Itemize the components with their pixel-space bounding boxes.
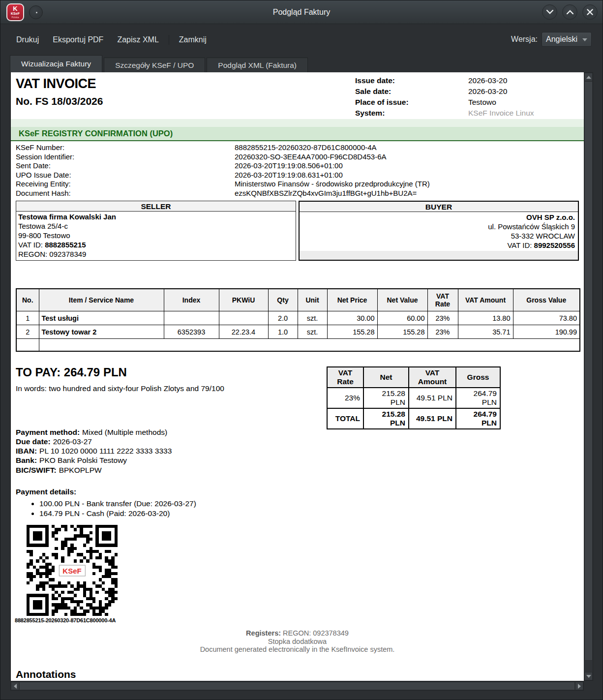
- vertical-scroll-thumb[interactable]: [584, 81, 593, 661]
- cell: 23%: [427, 311, 458, 325]
- cell: 22.23.4: [219, 325, 268, 339]
- vat-cell: 23%: [327, 388, 363, 408]
- col-name: Item / Service Name: [39, 289, 164, 311]
- seller-vat-label: VAT ID:: [18, 241, 45, 249]
- upo-row-label: UPO Issue Date:: [16, 171, 235, 180]
- invoice-preview-window: K KSeF Polska Podgląd Faktury Drukuj Eks…: [0, 0, 603, 700]
- place-label: Place of issue:: [355, 98, 468, 107]
- seller-header: SELLER: [16, 201, 296, 212]
- cell: 6352393: [164, 325, 219, 339]
- cell: 73.80: [513, 311, 580, 325]
- col-index: Index: [164, 289, 219, 311]
- seller-regon: REGON: 092378349: [18, 249, 294, 259]
- upo-row-value: 2026-03-20T19:19:08.631+01:00: [235, 171, 579, 180]
- vertical-scrollbar[interactable]: [584, 72, 593, 681]
- cell: szt.: [298, 311, 327, 325]
- document-footer: Registers: REGON: 092378349 Stopka dodat…: [11, 629, 584, 654]
- qr-ksef-label: KSeF: [59, 565, 85, 576]
- scroll-left-button[interactable]: [11, 682, 19, 690]
- col-pkwiu: PKWiU: [219, 289, 268, 311]
- buyer-city: 53-332 WROCLAW: [302, 231, 575, 241]
- horizontal-scrollbar[interactable]: [10, 681, 584, 691]
- seller-city: 99-800 Testowo: [18, 231, 294, 240]
- vat-total-cell: 215.28 PLN: [363, 408, 409, 429]
- close-button[interactable]: [582, 4, 598, 20]
- iban-label: IBAN:: [16, 447, 37, 455]
- cell: [164, 311, 219, 325]
- cell: 155.28: [377, 325, 427, 339]
- buyer-box: BUYER OVH SP z.o.o. ul. Powstańców Śląsk…: [299, 201, 579, 261]
- vat-cell: 49.51 PLN: [409, 388, 456, 408]
- col-net-price: Net Price: [327, 289, 377, 311]
- registers-label: Registers:: [246, 629, 281, 637]
- close-icon: [587, 9, 593, 15]
- col-net-value: Net Value: [377, 289, 427, 311]
- vat-col: VAT Amount: [409, 367, 456, 388]
- col-vat-amount: VAT Amount: [458, 289, 513, 311]
- items-header-row: No. Item / Service Name Index PKWiU Qty …: [16, 289, 580, 311]
- upo-row-value: 20260320-SO-3EE4AA7000-F96CD8D453-6A: [235, 152, 579, 162]
- export-pdf-button[interactable]: Eksportuj PDF: [46, 32, 110, 47]
- print-button[interactable]: Drukuj: [9, 32, 46, 47]
- vat-col: VAT Rate: [327, 367, 363, 388]
- tab-visualization[interactable]: Wizualizacja Faktury: [10, 55, 102, 72]
- cell: [16, 339, 39, 351]
- payment-method-label: Payment method:: [16, 428, 80, 436]
- scroll-down-button[interactable]: [584, 672, 593, 680]
- payment-section: Payment method:Mixed (Multiple methods) …: [16, 427, 584, 475]
- upo-banner-top: [11, 119, 584, 127]
- item-row: 2 Testowy towar 2 6352393 22.23.4 1.0 sz…: [16, 325, 580, 339]
- buyer-header: BUYER: [300, 202, 578, 212]
- vat-total-cell: TOTAL: [327, 408, 363, 429]
- vat-cell: 264.79 PLN: [456, 388, 500, 408]
- upo-banner-title: KSeF REGISTRY CONFIRMATION (UPO): [11, 127, 584, 141]
- buyer-street: ul. Powstańców Śląskich 9: [302, 222, 575, 231]
- vat-total-cell: 49.51 PLN: [409, 408, 456, 429]
- qr-code: KSeF: [27, 525, 118, 616]
- arrow-down-icon: [586, 675, 591, 678]
- vat-col: Net: [363, 367, 409, 388]
- buyer-name: OVH SP z.o.o.: [302, 213, 575, 222]
- cell: 2: [16, 325, 39, 339]
- vat-total-cell: 264.79 PLN: [456, 408, 500, 429]
- iban-value: PL 10 1020 0000 1111 2222 3333 3333: [39, 447, 172, 455]
- maximize-button[interactable]: [562, 4, 577, 20]
- save-xml-button[interactable]: Zapisz XML: [110, 32, 165, 47]
- cell: Testowy towar 2: [39, 325, 164, 339]
- col-no: No.: [16, 289, 39, 311]
- scroll-up-button[interactable]: [584, 73, 593, 81]
- tab-xml-preview[interactable]: Podgląd XML (Faktura): [207, 58, 308, 72]
- col-qty: Qty: [268, 289, 298, 311]
- cell: [39, 339, 580, 351]
- upo-row-label: Document Hash:: [16, 189, 235, 198]
- buyer-vat-value: 8992520556: [534, 241, 575, 249]
- sale-date-label: Sale date:: [355, 87, 468, 96]
- item-row: 1 Test usługi 2.0 szt. 30.00 60.00 23% 1…: [16, 311, 580, 325]
- version-select[interactable]: Angielski: [542, 32, 592, 47]
- seller-street: Testowa 25/4-c: [18, 221, 294, 231]
- footer-line: Stopka dodatkowa: [11, 638, 584, 646]
- qr-caption: 8882855215-20260320-87D61C800000-4A: [15, 617, 584, 623]
- payment-details-list: 100.00 PLN - Bank transfer (Due: 2026-03…: [39, 499, 584, 518]
- scroll-right-button[interactable]: [575, 682, 583, 690]
- minimize-button[interactable]: [542, 4, 557, 20]
- payment-method-value: Mixed (Multiple methods): [82, 428, 167, 436]
- cell: 1: [16, 311, 39, 325]
- arrow-right-icon: [578, 684, 581, 689]
- vat-col: Gross: [456, 367, 500, 388]
- horizontal-scroll-thumb[interactable]: [19, 682, 575, 690]
- system-value: KSeF Invoice Linux: [468, 109, 534, 118]
- buyer-vat: VAT ID: 8992520556: [302, 241, 575, 250]
- place-value: Testowo: [468, 98, 534, 107]
- col-gross: Gross Value: [513, 289, 580, 311]
- issue-date-value: 2026-03-20: [468, 76, 534, 85]
- buyer-vat-label: VAT ID:: [507, 241, 534, 249]
- bank-label: Bank:: [16, 456, 37, 464]
- tab-ksef-details[interactable]: Szczegóły KSeF / UPO: [104, 58, 205, 72]
- chevron-down-icon: [546, 10, 553, 14]
- titlebar: K KSeF Polska Podgląd Faktury: [0, 0, 603, 24]
- close-preview-button[interactable]: Zamknij: [172, 32, 213, 47]
- payment-details-label: Payment details:: [16, 487, 584, 496]
- cell: 1.0: [268, 325, 298, 339]
- issue-date-label: Issue date:: [355, 76, 468, 85]
